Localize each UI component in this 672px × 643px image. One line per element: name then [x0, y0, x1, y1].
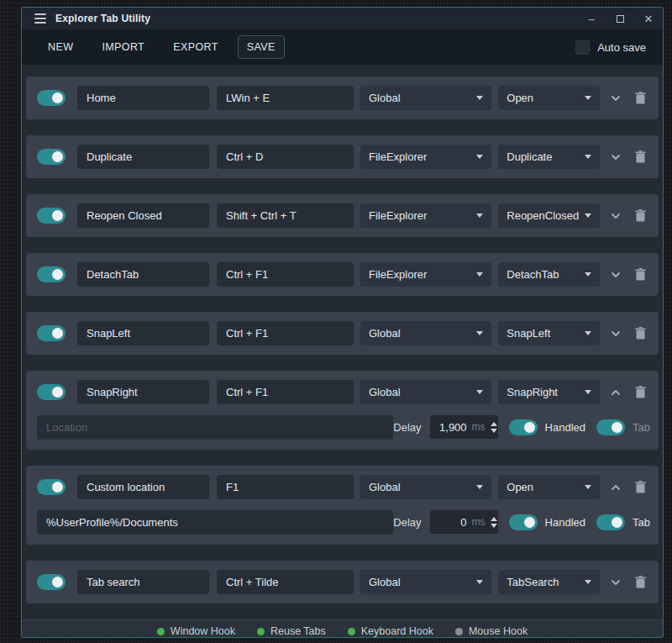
- enabled-toggle[interactable]: [37, 325, 66, 341]
- delete-button[interactable]: [631, 206, 650, 226]
- new-button[interactable]: NEW: [39, 35, 82, 59]
- name-input[interactable]: [77, 262, 209, 287]
- name-input[interactable]: [77, 380, 209, 404]
- action-select[interactable]: SnapRight: [498, 380, 600, 404]
- delete-button[interactable]: [631, 147, 650, 167]
- scope-select[interactable]: Global: [360, 380, 491, 404]
- name-input[interactable]: [77, 321, 209, 345]
- spin-up-icon[interactable]: [491, 422, 497, 426]
- scope-select[interactable]: FileExplorer: [360, 145, 491, 169]
- handled-toggle[interactable]: [509, 419, 538, 435]
- action-select[interactable]: DetachTab: [498, 262, 600, 287]
- enabled-toggle[interactable]: [37, 574, 66, 590]
- autosave-checkbox[interactable]: [575, 40, 590, 55]
- status-window-hook[interactable]: Window Hook: [157, 625, 235, 637]
- handled-toggle[interactable]: [509, 514, 538, 530]
- name-input[interactable]: [77, 145, 209, 169]
- enabled-toggle[interactable]: [37, 384, 66, 400]
- delete-button[interactable]: [631, 382, 650, 403]
- status-keyboard-hook[interactable]: Keyboard Hook: [348, 625, 433, 637]
- expand-button[interactable]: [606, 206, 625, 226]
- maximize-button[interactable]: [606, 8, 634, 29]
- app-window: Explorer Tab Utility – ✕ NEW IMPORT EXPO…: [21, 7, 664, 638]
- scope-select[interactable]: FileExplorer: [360, 203, 491, 228]
- expand-button[interactable]: [606, 88, 625, 108]
- chevron-down-icon: [585, 331, 591, 335]
- tab-toggle[interactable]: [596, 514, 625, 530]
- enabled-toggle[interactable]: [37, 266, 66, 282]
- scope-select[interactable]: Global: [360, 86, 491, 110]
- hotkey-row: FileExplorer Duplicate: [26, 135, 659, 178]
- hotkey-row: Global SnapRight Delay ms Handled Tab: [26, 371, 659, 450]
- chevron-down-icon: [585, 272, 591, 277]
- hotkey-input[interactable]: [217, 475, 354, 499]
- hotkey-input[interactable]: [217, 86, 354, 110]
- hotkey-input[interactable]: [217, 570, 354, 594]
- delete-button[interactable]: [631, 88, 650, 108]
- expand-button[interactable]: [606, 147, 625, 167]
- import-button[interactable]: IMPORT: [92, 35, 154, 59]
- hotkey-input[interactable]: [217, 145, 354, 169]
- chevron-down-icon: [476, 580, 483, 584]
- title-bar: Explorer Tab Utility – ✕: [22, 8, 663, 29]
- maximize-icon: [617, 15, 624, 23]
- tab-label: Tab: [633, 516, 650, 529]
- spin-down-icon[interactable]: [491, 429, 497, 433]
- location-input[interactable]: [37, 510, 393, 535]
- status-mouse-hook[interactable]: Mouse Hook: [455, 625, 528, 637]
- delay-input[interactable]: [437, 516, 467, 529]
- action-select[interactable]: ReopenClosed: [498, 203, 600, 228]
- hotkey-input[interactable]: [217, 380, 354, 404]
- collapse-button[interactable]: [606, 477, 625, 498]
- delete-button[interactable]: [631, 324, 650, 344]
- delay-spinner[interactable]: [491, 422, 497, 433]
- action-select[interactable]: Open: [498, 475, 600, 499]
- save-button[interactable]: SAVE: [238, 35, 285, 59]
- hotkey-input[interactable]: [217, 203, 354, 228]
- enabled-toggle[interactable]: [37, 149, 66, 165]
- tab-label: Tab: [633, 421, 650, 434]
- chevron-down-icon: [609, 209, 622, 223]
- scope-select[interactable]: FileExplorer: [360, 262, 491, 287]
- action-select[interactable]: Open: [498, 86, 600, 110]
- name-input[interactable]: [77, 475, 209, 499]
- chevron-up-icon: [609, 481, 622, 494]
- spin-up-icon[interactable]: [491, 517, 497, 521]
- expand-button[interactable]: [606, 265, 625, 285]
- scope-select[interactable]: Global: [360, 570, 491, 594]
- spin-down-icon[interactable]: [491, 524, 497, 528]
- name-input[interactable]: [77, 86, 209, 110]
- location-input[interactable]: [37, 415, 393, 440]
- delete-button[interactable]: [631, 265, 650, 285]
- enabled-toggle[interactable]: [37, 479, 66, 495]
- delay-spinner[interactable]: [491, 517, 497, 528]
- name-input[interactable]: [77, 203, 209, 228]
- delay-input[interactable]: [437, 421, 467, 434]
- name-input[interactable]: [77, 570, 209, 594]
- chevron-down-icon: [585, 390, 591, 394]
- delete-button[interactable]: [631, 477, 650, 498]
- hamburger-menu-icon[interactable]: [22, 13, 47, 24]
- expand-button[interactable]: [606, 572, 625, 593]
- hotkey-input[interactable]: [217, 262, 354, 287]
- scope-select[interactable]: Global: [360, 321, 491, 345]
- delete-button[interactable]: [631, 572, 650, 593]
- hotkey-input[interactable]: [217, 321, 354, 345]
- action-select[interactable]: SnapLeft: [498, 321, 600, 345]
- chevron-down-icon: [585, 485, 591, 489]
- enabled-toggle[interactable]: [37, 90, 66, 106]
- minimize-button[interactable]: –: [577, 8, 606, 29]
- action-select[interactable]: Duplicate: [498, 145, 600, 169]
- collapse-button[interactable]: [606, 382, 625, 403]
- tab-toggle[interactable]: [596, 419, 625, 435]
- close-button[interactable]: ✕: [634, 8, 663, 29]
- action-select[interactable]: TabSearch: [498, 570, 600, 594]
- delay-input-box: ms: [430, 510, 498, 534]
- export-button[interactable]: EXPORT: [164, 35, 228, 59]
- expand-button[interactable]: [606, 324, 625, 344]
- chevron-down-icon: [585, 580, 591, 584]
- chevron-up-icon: [609, 386, 622, 399]
- status-reuse-tabs[interactable]: Reuse Tabs: [257, 625, 326, 637]
- scope-select[interactable]: Global: [360, 475, 491, 499]
- enabled-toggle[interactable]: [37, 208, 66, 224]
